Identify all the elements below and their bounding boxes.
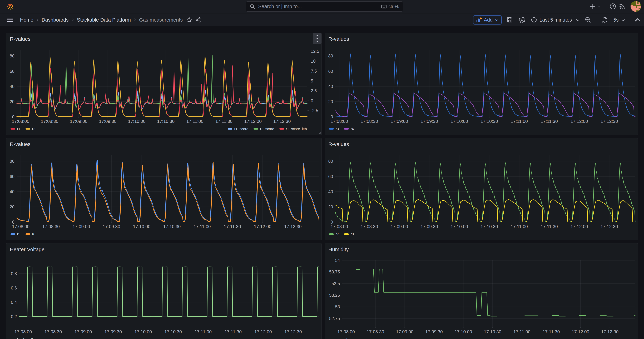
y-axis-tick-label: 53.25 xyxy=(329,293,340,298)
time-range-label: Last 5 minutes xyxy=(540,17,572,23)
search-shortcut: ctrl+k xyxy=(381,4,399,9)
refresh-interval-label[interactable]: 5s xyxy=(613,17,619,23)
user-avatar[interactable] xyxy=(630,1,641,12)
search-icon xyxy=(250,4,256,10)
x-axis-tick-label: 17:10:30 xyxy=(484,329,501,334)
y-axis-tick-label: 0 xyxy=(12,114,14,119)
legend-item-r1[interactable]: r1 xyxy=(10,127,20,131)
legend-label: r2 xyxy=(32,127,35,131)
chevron-up-icon xyxy=(634,16,642,24)
panel-menu-button[interactable] xyxy=(313,33,322,44)
panel-title[interactable]: R-values xyxy=(328,142,349,147)
chevron-down-icon xyxy=(494,18,499,22)
y-axis-tick-label: 20 xyxy=(10,204,14,209)
dashboard-settings-button[interactable] xyxy=(518,16,526,24)
panel-resize-handle[interactable] xyxy=(318,132,321,134)
share-button[interactable] xyxy=(194,16,202,24)
news-button[interactable] xyxy=(618,2,627,11)
panel-r-values-1: R-values020406080-2.502.557.51012.517:08… xyxy=(6,33,322,135)
panel-r-values-2: R-values02040608017:08:0017:08:3017:09:0… xyxy=(325,33,638,135)
chart-5[interactable]: 0.20.40.60.817:08:0017:08:3017:09:0017:0… xyxy=(6,244,322,339)
legend-item-humidity[interactable]: humidity xyxy=(329,337,349,339)
add-panel-icon xyxy=(476,17,482,23)
panel-heater-voltage-5: Heater Voltage0.20.40.60.817:08:0017:08:… xyxy=(6,243,322,339)
legend-item-r3[interactable]: r3 xyxy=(329,127,339,131)
grafana-logo-icon[interactable] xyxy=(6,2,14,11)
legend-swatch xyxy=(280,128,284,130)
favorite-button[interactable] xyxy=(185,16,193,24)
x-axis-tick-label: 17:09:30 xyxy=(420,224,438,229)
chart-2[interactable]: 02040608017:08:0017:08:3017:09:0017:09:3… xyxy=(325,33,638,135)
y-axis-tick-label: 52.75 xyxy=(329,316,340,321)
panel-title[interactable]: R-values xyxy=(328,36,349,42)
panel-title[interactable]: R-values xyxy=(10,142,30,147)
help-button[interactable] xyxy=(608,2,618,11)
series-line-r6 xyxy=(17,162,319,222)
series-line-r1_score_lttb xyxy=(17,66,307,108)
legend-item-r7[interactable]: r7 xyxy=(329,232,339,236)
legend-item-r5[interactable]: r5 xyxy=(10,232,20,236)
breadcrumb-item-gas-measurements[interactable]: Gas measurements xyxy=(139,17,183,23)
new-menu-button[interactable] xyxy=(588,2,602,11)
dashboard-toolbar: HomeDashboardsStackable Data PlatformGas… xyxy=(0,14,644,26)
legend-label: r2_score xyxy=(260,127,274,131)
y-axis-tick-label: 80 xyxy=(328,54,333,58)
zoom-out-button[interactable] xyxy=(584,16,592,24)
chevron-down-icon[interactable] xyxy=(621,18,626,22)
panel-title[interactable]: Heater Voltage xyxy=(10,247,44,252)
x-axis-tick-label: 17:08:00 xyxy=(337,329,355,334)
x-axis-tick-label: 17:12:30 xyxy=(601,329,618,334)
y-axis-tick-label: 80 xyxy=(328,159,333,164)
chart-1[interactable]: 020406080-2.502.557.51012.517:08:0017:08… xyxy=(6,33,322,135)
legend-item-r4[interactable]: r4 xyxy=(344,127,354,131)
y-axis-tick-label: 20 xyxy=(10,99,14,104)
x-axis-tick-label: 17:09:00 xyxy=(72,224,90,229)
panel-title[interactable]: R-values xyxy=(10,36,30,42)
x-axis-tick-label: 17:08:30 xyxy=(41,119,58,124)
legend-item-r6[interactable]: r6 xyxy=(26,232,35,236)
y-axis-tick-label: 60 xyxy=(10,174,14,179)
x-axis-tick-label: 17:08:30 xyxy=(42,224,60,229)
clock-icon xyxy=(531,17,537,23)
grafana-dashboard: {"topbar":{"search_placeholder":"Search … xyxy=(0,0,644,339)
legend-label: r1_score xyxy=(234,127,248,131)
legend-item-r1_score[interactable]: r1_score xyxy=(228,127,248,131)
x-axis-tick-label: 17:11:30 xyxy=(541,224,558,229)
legend-item-r1_score_lttb[interactable]: r1_score_lttb xyxy=(280,127,307,131)
search-input[interactable]: Search or jump to... ctrl+k xyxy=(246,2,403,12)
legend-item-r2_score[interactable]: r2_score xyxy=(254,127,274,131)
x-axis-tick-label: 17:11:30 xyxy=(216,119,232,124)
x-axis-tick-label: 17:10:00 xyxy=(133,224,150,229)
x-axis-tick-label: 17:09:00 xyxy=(390,224,408,229)
legend-item-r2[interactable]: r2 xyxy=(26,127,35,131)
legend-item-heatervoltage[interactable]: heatervoltage xyxy=(10,337,39,339)
x-axis-tick-label: 17:11:00 xyxy=(511,224,528,229)
chart-6[interactable]: 52.755353.2553.553.755417:08:0017:08:301… xyxy=(325,244,638,339)
breadcrumb-separator-icon xyxy=(133,18,137,22)
legend-swatch xyxy=(329,128,334,130)
x-axis-tick-label: 17:12:30 xyxy=(284,329,302,334)
chart-4[interactable]: 02040608017:08:0017:08:3017:09:0017:09:3… xyxy=(325,138,638,240)
add-panel-button[interactable]: Add xyxy=(473,15,502,24)
refresh-button[interactable] xyxy=(600,16,609,24)
panel-title[interactable]: Humidity xyxy=(328,247,349,252)
save-dashboard-button[interactable] xyxy=(505,16,514,24)
legend-label: r7 xyxy=(336,232,339,236)
star-icon xyxy=(186,17,192,23)
time-range-picker[interactable]: Last 5 minutes xyxy=(531,17,580,23)
series-line-r4 xyxy=(335,93,635,116)
collapse-toolbar-button[interactable] xyxy=(633,16,642,24)
question-circle-icon xyxy=(609,3,616,10)
chart-3[interactable]: 02040608017:08:0017:08:3017:09:0017:09:3… xyxy=(6,138,322,240)
x-axis-tick-label: 17:10:30 xyxy=(164,329,182,334)
breadcrumb-item-dashboards[interactable]: Dashboards xyxy=(42,17,68,23)
legend-swatch xyxy=(26,128,30,130)
x-axis-tick-label: 17:10:00 xyxy=(450,119,468,124)
kebab-icon xyxy=(316,35,318,42)
breadcrumb-item-stackable-data-platform[interactable]: Stackable Data Platform xyxy=(77,17,131,23)
x-axis-tick-label: 17:08:30 xyxy=(44,329,62,334)
series-line-r3 xyxy=(335,54,635,116)
menu-toggle-button[interactable] xyxy=(6,16,14,24)
breadcrumb-item-home[interactable]: Home xyxy=(20,17,33,23)
legend-item-r8[interactable]: r8 xyxy=(344,232,354,236)
